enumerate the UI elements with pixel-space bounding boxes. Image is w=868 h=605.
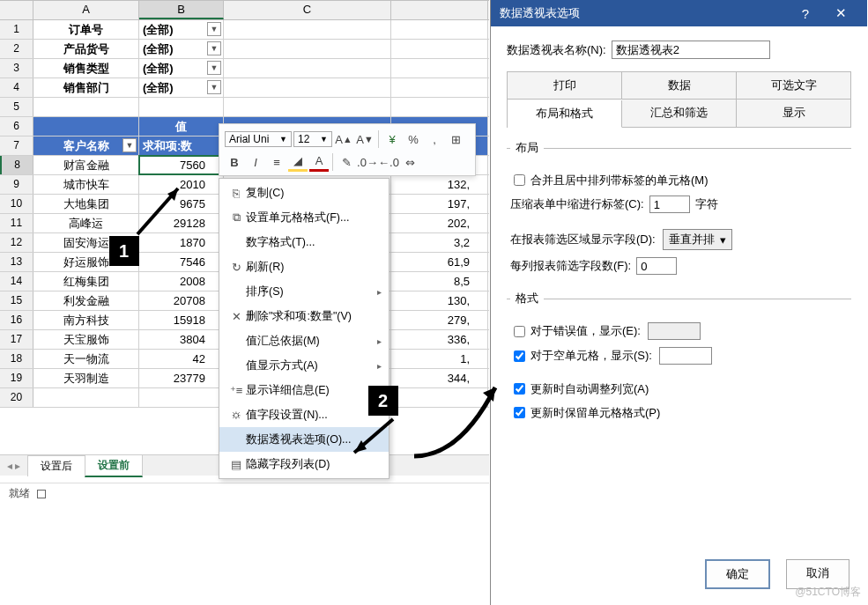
list-icon: ▤ xyxy=(226,458,246,471)
menu-hide-field-list[interactable]: ▤隐藏字段列表(D) xyxy=(219,452,389,476)
font-color-icon[interactable]: A xyxy=(309,152,329,172)
grow-font-icon[interactable]: A▲ xyxy=(334,129,353,149)
fill-color-icon[interactable]: ◢ xyxy=(288,152,308,172)
menu-show-as[interactable]: 值显示方式(A)▸ xyxy=(219,353,389,378)
submenu-arrow-icon: ▸ xyxy=(377,361,382,371)
ok-button[interactable]: 确定 xyxy=(705,559,770,589)
col-C[interactable]: C xyxy=(224,1,391,19)
menu-format-cells[interactable]: ⧉设置单元格格式(F)... xyxy=(219,205,389,230)
group-layout: 布局 xyxy=(510,140,544,156)
filter-layout-combo[interactable]: 垂直并排▾ xyxy=(663,229,732,250)
menu-remove-field[interactable]: ✕删除"求和项:数量"(V) xyxy=(219,304,389,328)
dialog-titlebar[interactable]: 数据透视表选项 ? ✕ xyxy=(491,0,867,26)
currency-icon[interactable]: ¥ xyxy=(382,129,402,149)
tab-display[interactable]: 显示 xyxy=(737,100,850,127)
menu-summarize-by[interactable]: 值汇总依据(M)▸ xyxy=(219,328,389,353)
error-value-input[interactable] xyxy=(648,322,701,340)
show-error-checkbox[interactable] xyxy=(514,326,525,337)
delete-icon: ✕ xyxy=(226,310,246,323)
menu-sort[interactable]: 排序(S)▸ xyxy=(219,279,389,304)
submenu-arrow-icon: ▸ xyxy=(377,336,382,346)
status-bar: 就绪 xyxy=(0,483,489,504)
group-format: 格式 xyxy=(510,291,544,306)
macro-record-icon[interactable] xyxy=(37,490,46,498)
refresh-icon: ↻ xyxy=(226,261,246,274)
tab-data[interactable]: 数据 xyxy=(622,72,737,99)
watermark: @51CTO博客 xyxy=(795,585,861,600)
callout-1: 1 xyxy=(109,236,139,266)
dec-dec-icon[interactable]: ←.0 xyxy=(379,152,398,172)
sheet-tab[interactable]: 设置后 xyxy=(27,455,85,476)
format-cells-icon: ⧉ xyxy=(226,210,246,225)
tab-print[interactable]: 打印 xyxy=(508,72,622,99)
dropdown-icon[interactable]: ▼ xyxy=(207,22,221,36)
dialog-tabs-top: 打印 数据 可选文字 xyxy=(507,71,851,100)
chevron-down-icon: ▾ xyxy=(720,233,726,247)
size-select[interactable]: 12▼ xyxy=(293,131,332,147)
column-headers: A B C xyxy=(0,0,489,20)
submenu-arrow-icon: ▸ xyxy=(377,287,382,297)
preserve-format-checkbox[interactable] xyxy=(514,407,525,418)
pivot-options-dialog: 数据透视表选项 ? ✕ 数据透视表名称(N): 打印 数据 可选文字 布局和格式… xyxy=(490,0,867,605)
menu-field-settings[interactable]: ⛭值字段设置(N)... xyxy=(219,402,389,427)
merge-icon[interactable]: ⇔ xyxy=(400,152,419,172)
context-menu: ⎘复制(C) ⧉设置单元格格式(F)... 数字格式(T)... ↻刷新(R) … xyxy=(219,178,389,479)
close-icon[interactable]: ✕ xyxy=(823,5,858,21)
help-icon[interactable]: ? xyxy=(788,6,823,21)
col-D[interactable] xyxy=(391,1,488,19)
align-icon[interactable]: ≡ xyxy=(267,152,286,172)
dialog-title: 数据透视表选项 xyxy=(500,5,580,21)
border-icon[interactable]: ⊞ xyxy=(446,129,465,149)
menu-number-format[interactable]: 数字格式(T)... xyxy=(219,230,389,255)
menu-pivot-options[interactable]: 数据透视表选项(O)... xyxy=(219,427,389,452)
empty-value-input[interactable] xyxy=(659,347,712,365)
percent-icon[interactable]: % xyxy=(404,129,423,149)
font-select[interactable]: Arial Uni▼ xyxy=(225,131,292,147)
row-1: 1订单号(全部)▼ xyxy=(0,20,489,40)
dialog-tabs-bottom: 布局和格式 汇总和筛选 显示 xyxy=(507,100,851,128)
fields-per-row-spinner[interactable]: 0 xyxy=(636,257,677,275)
shrink-font-icon[interactable]: A▼ xyxy=(355,129,375,149)
active-cell[interactable]: 7560 xyxy=(139,156,224,174)
col-B[interactable]: B xyxy=(139,1,224,19)
tab-alt-text[interactable]: 可选文字 xyxy=(737,72,850,99)
bold-icon[interactable]: B xyxy=(225,152,244,172)
tab-layout-format[interactable]: 布局和格式 xyxy=(508,100,622,128)
menu-refresh[interactable]: ↻刷新(R) xyxy=(219,255,389,279)
sheet-tab-active[interactable]: 设置前 xyxy=(85,454,143,477)
comma-icon[interactable]: , xyxy=(425,129,444,149)
status-text: 就绪 xyxy=(9,486,30,501)
menu-show-detail[interactable]: ⁺≡显示详细信息(E) xyxy=(219,378,389,402)
dropdown-icon[interactable]: ▼ xyxy=(207,80,221,94)
mini-toolbar: Arial Uni▼ 12▼ A▲ A▼ ¥ % , ⊞ B I ≡ ◢ A ✎… xyxy=(219,123,476,176)
detail-icon: ⁺≡ xyxy=(226,384,246,397)
tab-totals-filters[interactable]: 汇总和筛选 xyxy=(622,100,737,127)
select-all-corner[interactable] xyxy=(0,1,33,19)
show-empty-checkbox[interactable] xyxy=(514,350,525,362)
name-label: 数据透视表名称(N): xyxy=(507,42,606,58)
col-A[interactable]: A xyxy=(33,1,139,19)
copy-icon: ⎘ xyxy=(226,187,246,200)
indent-spinner[interactable]: 1 xyxy=(649,196,690,213)
merge-labels-checkbox[interactable] xyxy=(514,174,525,186)
pivot-name-input[interactable] xyxy=(612,41,770,59)
dropdown-icon[interactable]: ▼ xyxy=(122,138,137,152)
dropdown-icon[interactable]: ▼ xyxy=(207,41,221,55)
tab-nav-icon[interactable]: ◂ ▸ xyxy=(0,460,27,472)
dec-inc-icon[interactable]: .0→ xyxy=(358,152,377,172)
italic-icon[interactable]: I xyxy=(246,152,265,172)
format-painter-icon[interactable]: ✎ xyxy=(337,152,356,172)
menu-copy[interactable]: ⎘复制(C) xyxy=(219,181,389,205)
dropdown-icon[interactable]: ▼ xyxy=(207,61,221,75)
autofit-checkbox[interactable] xyxy=(514,383,525,395)
callout-2: 2 xyxy=(368,386,398,416)
settings-icon: ⛭ xyxy=(226,409,246,422)
